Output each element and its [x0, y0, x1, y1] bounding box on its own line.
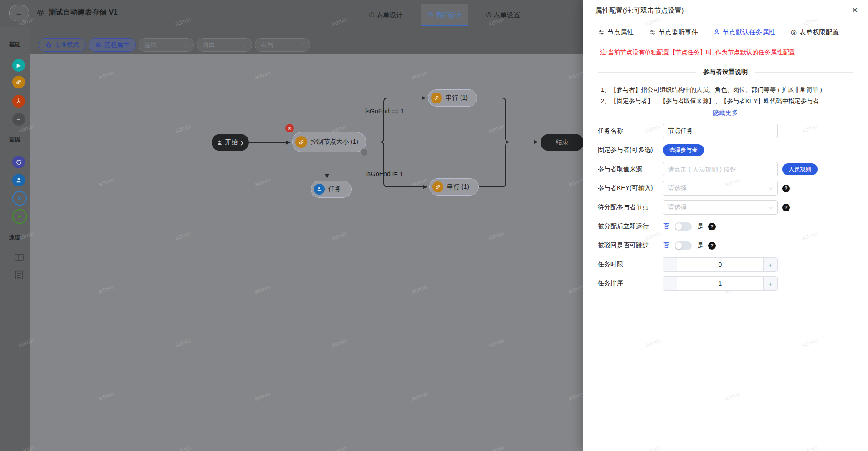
link-icon — [435, 184, 441, 190]
serial-node-icon — [431, 93, 442, 103]
chevron-right-icon: ❯ — [240, 140, 243, 145]
eye-icon: ◎ — [791, 28, 797, 36]
node-control-size[interactable]: 控制节点大小 (1) — [292, 132, 366, 152]
close-icon[interactable]: × — [852, 5, 858, 15]
help-icon[interactable]: ? — [708, 223, 716, 230]
participant-key-select[interactable]: 请选择 ▽ — [663, 181, 778, 196]
participant-source-input[interactable] — [663, 162, 778, 176]
help-icon[interactable]: ? — [782, 204, 790, 211]
step-tabs: ① 表单设计 ② 流程设计 ③ 表单设置 — [362, 4, 526, 26]
app-left-dimmed-area: ← 测试自动建表存储 V1 ① 表单设计 ② 流程设计 ③ 表单设置 专业模式 — [0, 0, 583, 451]
person-rule-button[interactable]: 人员规则 — [782, 163, 818, 175]
field-run-immediately: 被分配后立即运行 否 是 ? — [598, 219, 853, 234]
tab-node-default-task[interactable]: 节点默认任务属性 — [714, 28, 775, 37]
decrement-button[interactable]: − — [663, 258, 677, 271]
increment-button[interactable]: + — [763, 277, 777, 290]
hide-more-link[interactable]: 隐藏更多 — [713, 109, 738, 117]
palette-serial-node[interactable] — [12, 76, 25, 88]
flow-properties-button[interactable]: 流程属性 — [89, 38, 136, 52]
decrement-button[interactable]: − — [663, 277, 677, 290]
panel-title: 属性配置(注:可双击节点设置) — [595, 6, 684, 15]
edge-label-goend-false: isGoEnd != 1 — [366, 170, 403, 177]
minus-icon: − — [17, 116, 21, 123]
hand-pointer-icon — [45, 42, 52, 48]
field-time-limit: 任务时限 − 0 + — [598, 257, 853, 272]
page-title: 测试自动建表存储 V1 — [36, 8, 118, 17]
help-icon[interactable]: ? — [782, 185, 790, 192]
resize-handle[interactable] — [360, 148, 368, 156]
tab-flow-design[interactable]: ② 流程设计 — [421, 4, 468, 26]
back-button[interactable]: ← — [9, 5, 29, 21]
palette-section-basic: 基础 — [0, 41, 30, 49]
palette-loop-node[interactable] — [12, 156, 25, 168]
delete-node-button[interactable]: ✕ — [285, 124, 294, 132]
palette-start-node[interactable]: ▶ — [12, 59, 25, 72]
user-task-icon — [314, 184, 325, 195]
field-assign-node: 待分配参与者节点 请选择 ▽ ? — [598, 200, 853, 215]
page-title-text: 测试自动建表存储 V1 — [49, 8, 118, 17]
chevron-down-icon: ▽ — [301, 43, 304, 47]
time-limit-value[interactable]: 0 — [677, 258, 763, 271]
participant-tip-1: 1、【参与者】指公司组织结构中的人员、角色、岗位、部门等等 ( 扩展非常简单 ) — [601, 86, 822, 94]
chevron-down-icon: ▽ — [769, 205, 773, 210]
person-icon — [15, 177, 22, 183]
palette-end-node[interactable]: − — [12, 113, 25, 126]
time-limit-stepper: − 0 + — [663, 257, 778, 272]
gear-icon — [95, 42, 102, 48]
link-icon — [15, 79, 22, 85]
choose-participant-button[interactable]: 选择参与者 — [663, 144, 704, 156]
palette-cancel-node[interactable]: × — [12, 191, 27, 206]
help-icon[interactable]: ? — [708, 242, 716, 250]
node-serial-top[interactable]: 串行 (1) — [428, 89, 477, 107]
router-select[interactable]: 路由 ▽ — [197, 38, 252, 52]
tab-form-design[interactable]: ① 表单设计 — [362, 4, 409, 26]
task-property-form: 任务名称 固定参与者(可多选) 选择参与者 参与者取值来源 人员规则 参与者KE… — [598, 123, 853, 295]
increment-button[interactable]: + — [763, 258, 777, 271]
task-name-input[interactable] — [663, 124, 778, 138]
serial-node-icon — [432, 181, 443, 192]
node-start[interactable]: 开始 ❯ — [212, 134, 249, 151]
tab-node-properties[interactable]: 节点属性 — [598, 28, 634, 37]
panel-tabs: 节点属性 节点监听事件 节点默认任务属性 ◎ 表单权限配置 — [598, 26, 839, 38]
palette-section-advanced: 高级 — [0, 136, 30, 144]
tab-node-listeners[interactable]: 节点监听事件 — [649, 28, 698, 37]
field-task-order: 任务排序 − 1 + — [598, 276, 853, 291]
section-title: 参与者设置说明 — [703, 68, 748, 76]
workflow-designer-app: ← 测试自动建表存储 V1 ① 表单设计 ② 流程设计 ③ 表单设置 专业模式 — [0, 0, 868, 451]
participant-tip-2: 2、【固定参与者】、【参与者取值来源】、【参与者KEY】即代码中指定参与者 — [601, 97, 819, 105]
person-icon — [217, 140, 223, 146]
node-serial-bottom[interactable]: 串行 (1) — [429, 178, 479, 196]
properties-panel: adminadminadminadminadminadminadminadmin… — [583, 0, 868, 451]
pro-mode-button[interactable]: 专业模式 — [39, 38, 86, 52]
edge-label-goend-true: isGoEnd == 1 — [365, 108, 404, 115]
horizontal-lane-icon — [14, 270, 25, 280]
skip-on-reject-toggle[interactable] — [675, 241, 692, 250]
link-icon — [434, 95, 439, 101]
tab-form-permissions[interactable]: ◎ 表单权限配置 — [791, 28, 839, 37]
node-task[interactable]: 任务 — [311, 181, 352, 198]
canvas-toolbar: 专业模式 流程属性 连线 ▽ 路由 ▽ 布局 ▽ — [39, 38, 310, 52]
assign-node-select[interactable]: 请选择 ▽ — [663, 200, 778, 215]
gear-icon — [36, 9, 45, 17]
palette-branch-node[interactable] — [12, 95, 25, 108]
arrow-left-icon: ← — [15, 9, 23, 18]
palette-vertical-lane[interactable] — [13, 251, 25, 263]
tab-form-settings[interactable]: ③ 表单设置 — [480, 4, 526, 26]
panel-red-note: 注:当前节点没有单独配置【节点任务】时, 作为节点默认的任务属性配置 — [600, 49, 795, 57]
palette-horizontal-lane[interactable] — [13, 269, 25, 281]
run-immediately-toggle[interactable] — [675, 222, 692, 231]
palette-add-node[interactable]: + — [12, 209, 27, 224]
layout-select[interactable]: 布局 ▽ — [255, 38, 310, 52]
toggle-on-label: 是 — [697, 241, 704, 250]
x-circle-icon: × — [18, 195, 21, 202]
task-order-value[interactable]: 1 — [677, 277, 763, 290]
person-icon — [714, 29, 720, 35]
palette-user-task-node[interactable] — [12, 174, 25, 186]
flow-canvas[interactable] — [30, 54, 583, 451]
vertical-lane-icon — [14, 252, 25, 263]
field-skip-on-reject: 被驳回是否可跳过 否 是 ? — [598, 238, 853, 253]
hide-more-row: 隐藏更多 — [598, 109, 853, 117]
edge-type-select[interactable]: 连线 ▽ — [139, 38, 194, 52]
x-icon: ✕ — [287, 125, 292, 132]
node-end[interactable]: 结束 — [541, 134, 583, 151]
